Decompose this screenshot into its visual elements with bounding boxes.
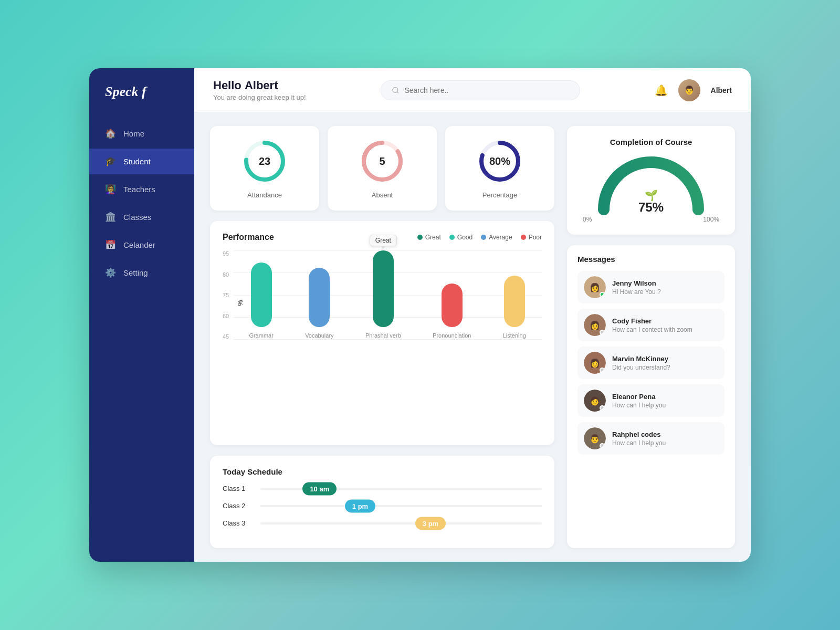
app-container: Speck f 🏠Home🎓Student👩‍🏫Teachers🏛️Classe… (89, 68, 751, 562)
sidebar: Speck f 🏠Home🎓Student👩‍🏫Teachers🏛️Classe… (89, 68, 194, 562)
msg-text-2: Did you understand? (612, 364, 718, 371)
messages-list: 👩 Jenny Wilson Hi How are You ? 👩 Cody F… (578, 271, 724, 455)
msg-info-1: Cody Fisher How can I contect with zoom (612, 317, 718, 333)
legend-dot-good (449, 235, 455, 240)
donut-absent: 5 (359, 138, 406, 185)
message-item-3[interactable]: 🧑 Eleanor Pena How can I help you (578, 384, 724, 417)
msg-avatar-1: 👩 (584, 314, 606, 336)
msg-text-0: Hi How are You ? (612, 288, 718, 296)
schedule-line-2: 3 pm (260, 522, 542, 524)
user-name-greeting: Albert (245, 79, 278, 92)
online-dot-1 (600, 330, 605, 335)
classes-icon: 🏛️ (105, 212, 116, 223)
chart-area: 95 80 75 60 45 (223, 250, 542, 355)
msg-info-3: Eleanor Pena How can I help you (612, 393, 718, 409)
stat-label-attendance: Attandance (247, 191, 282, 199)
bar-col-3: Pronounciation (433, 284, 471, 339)
legend-dot-poor (521, 235, 526, 240)
gauge-container: 🌱 75% (593, 152, 709, 220)
messages-title: Messages (578, 255, 724, 264)
sidebar-label-teachers: Teachers (123, 185, 155, 194)
greeting-subtitle: You are doing great keep it up! (213, 93, 306, 101)
class-label-0: Class 1 (223, 485, 254, 492)
msg-name-4: Rahphel codes (612, 430, 718, 438)
messages-card: Messages 👩 Jenny Wilson Hi How are You ?… (567, 245, 735, 548)
search-bar[interactable] (381, 80, 580, 100)
legend-dot-average (481, 235, 486, 240)
msg-text-1: How can I contect with zoom (612, 326, 718, 333)
celander-icon: 📅 (105, 239, 116, 250)
notification-bell-icon[interactable]: 🔔 (655, 84, 668, 97)
msg-avatar-4: 👨 (584, 427, 606, 449)
performance-title: Performance (223, 233, 274, 242)
legend-great: Great (417, 234, 441, 241)
sidebar-label-setting: Setting (123, 268, 148, 277)
home-icon: 🏠 (105, 128, 116, 139)
search-icon (392, 86, 400, 94)
stat-value-percentage: 80% (489, 155, 510, 167)
message-item-1[interactable]: 👩 Cody Fisher How can I contect with zoo… (578, 309, 724, 341)
bars-area: Grammar Vocabulary Great Phrashal verb P… (233, 250, 542, 355)
search-input[interactable] (404, 86, 569, 94)
msg-avatar-3: 🧑 (584, 390, 606, 412)
sidebar-item-student[interactable]: 🎓Student (89, 149, 194, 174)
performance-legend: GreatGoodAveragePoor (417, 234, 542, 241)
sidebar-item-setting[interactable]: ⚙️Setting (89, 260, 194, 286)
stat-card-absent: 5 Absent (328, 126, 437, 211)
sidebar-item-classes[interactable]: 🏛️Classes (89, 204, 194, 230)
message-item-4[interactable]: 👨 Rahphel codes How can I help you (578, 422, 724, 455)
header-actions: 🔔 👨 Albert (655, 79, 732, 101)
bar-tooltip-2: Great (370, 235, 397, 246)
bar-col-4: Listening (503, 276, 526, 339)
sidebar-nav: 🏠Home🎓Student👩‍🏫Teachers🏛️Classes📅Celand… (89, 121, 194, 286)
sidebar-item-celander[interactable]: 📅Celander (89, 232, 194, 258)
stat-card-percentage: 80% Percentage (445, 126, 554, 211)
schedule-title: Today Schedule (223, 467, 542, 476)
stats-row: 23 Attandance 5 Absent 80% Percentage (210, 126, 554, 211)
online-dot-3 (600, 405, 605, 411)
gauge-percent: 75% (638, 200, 664, 215)
message-item-2[interactable]: 👩 Marvin McKinney Did you understand? (578, 346, 724, 379)
sidebar-item-teachers[interactable]: 👩‍🏫Teachers (89, 176, 194, 202)
header: Hello Albert You are doing great keep it… (194, 68, 751, 112)
legend-poor: Poor (521, 234, 542, 241)
bar-label-3: Pronounciation (433, 332, 471, 339)
msg-avatar-0: 👩 (584, 276, 606, 298)
schedule-item-2: Class 3 3 pm (223, 519, 542, 527)
legend-dot-great (417, 235, 423, 240)
online-dot-2 (600, 368, 605, 373)
online-dot-4 (600, 443, 605, 448)
msg-info-4: Rahphel codes How can I help you (612, 430, 718, 447)
schedule-line-0: 10 am (260, 488, 542, 490)
bar-col-0: Grammar (249, 262, 273, 339)
online-dot-0 (600, 292, 605, 297)
schedule-line-1: 1 pm (260, 505, 542, 507)
svg-line-1 (397, 91, 398, 93)
sidebar-label-celander: Celander (123, 240, 155, 249)
bar-label-0: Grammar (249, 332, 273, 339)
teachers-icon: 👩‍🏫 (105, 184, 116, 195)
msg-name-2: Marvin McKinney (612, 355, 718, 363)
msg-name-0: Jenny Wilson (612, 279, 718, 287)
bar-label-4: Listening (503, 332, 526, 339)
bar-col-2: Great Phrashal verb (365, 250, 401, 339)
y-label-45: 45 (223, 333, 229, 340)
bar-2: Great (373, 250, 394, 327)
stat-value-attendance: 23 (259, 155, 270, 167)
message-item-0[interactable]: 👩 Jenny Wilson Hi How are You ? (578, 271, 724, 303)
bar-3 (442, 284, 463, 327)
header-user-name: Albert (711, 86, 732, 94)
bar-label-2: Phrashal verb (365, 332, 401, 339)
sidebar-item-home[interactable]: 🏠Home (89, 121, 194, 146)
bars-group: Grammar Vocabulary Great Phrashal verb P… (233, 250, 542, 354)
y-label-95: 95 (223, 250, 229, 257)
msg-text-4: How can I help you (612, 439, 718, 447)
sidebar-label-home: Home (123, 129, 144, 138)
schedule-badge-2: 3 pm (415, 517, 446, 530)
bar-0 (251, 262, 272, 327)
legend-average: Average (481, 234, 512, 241)
msg-info-2: Marvin McKinney Did you understand? (612, 355, 718, 371)
y-label-60: 60 (223, 313, 229, 319)
main-content: Hello Albert You are doing great keep it… (194, 68, 751, 562)
y-label-80: 80 (223, 271, 229, 278)
